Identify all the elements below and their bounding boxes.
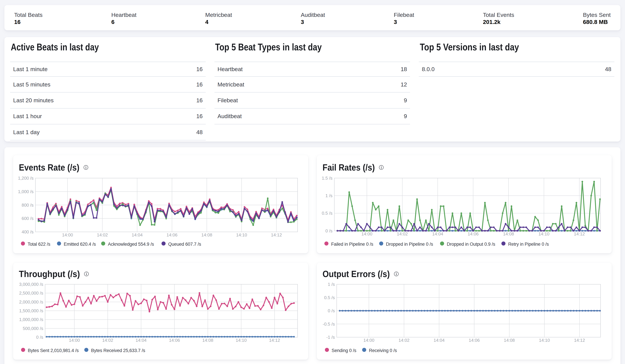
svg-text:-0.5 /s: -0.5 /s — [323, 322, 335, 327]
svg-text:0.5 /s: 0.5 /s — [322, 211, 333, 216]
svg-text:14:06: 14:06 — [469, 338, 480, 343]
svg-text:500,000 /s: 500,000 /s — [23, 326, 43, 331]
svg-text:14:02: 14:02 — [399, 338, 409, 343]
svg-text:14:12: 14:12 — [574, 231, 585, 237]
svg-text:14:06: 14:06 — [468, 231, 479, 237]
svg-text:400 /s: 400 /s — [22, 229, 33, 234]
svg-text:14:12: 14:12 — [269, 338, 280, 343]
svg-text:2,500,000 /s: 2,500,000 /s — [19, 291, 43, 296]
svg-text:14:08: 14:08 — [202, 338, 213, 343]
svg-text:14:10: 14:10 — [236, 232, 247, 238]
svg-text:2,000,000 /s: 2,000,000 /s — [19, 300, 43, 304]
svg-text:14:10: 14:10 — [236, 338, 247, 343]
svg-text:14:08: 14:08 — [201, 232, 212, 238]
svg-text:0 /s: 0 /s — [36, 335, 43, 340]
svg-text:14:04: 14:04 — [432, 231, 443, 237]
svg-text:600 /s: 600 /s — [22, 216, 33, 221]
svg-text:1.5 /s: 1.5 /s — [322, 176, 333, 181]
svg-text:14:06: 14:06 — [169, 338, 180, 343]
svg-text:1,000,000 /s: 1,000,000 /s — [19, 317, 43, 322]
svg-text:14:08: 14:08 — [503, 231, 514, 237]
svg-text:14:08: 14:08 — [504, 338, 515, 343]
svg-text:14:02: 14:02 — [97, 232, 108, 238]
svg-text:14:10: 14:10 — [539, 338, 550, 343]
svg-text:1,200 /s: 1,200 /s — [18, 176, 33, 181]
svg-text:14:10: 14:10 — [538, 231, 549, 237]
svg-text:14:00: 14:00 — [62, 232, 73, 238]
svg-text:1,500,000 /s: 1,500,000 /s — [19, 308, 43, 313]
svg-text:1 /s: 1 /s — [325, 193, 333, 198]
svg-text:1 /s: 1 /s — [328, 282, 335, 287]
svg-text:0 /s: 0 /s — [325, 228, 333, 233]
svg-text:3,000,000 /s: 3,000,000 /s — [19, 282, 43, 287]
svg-text:14:00: 14:00 — [69, 338, 80, 343]
svg-text:14:04: 14:04 — [136, 338, 147, 343]
svg-text:-1 /s: -1 /s — [326, 335, 335, 340]
svg-text:14:12: 14:12 — [271, 232, 282, 238]
svg-text:14:02: 14:02 — [102, 338, 113, 343]
svg-text:800 /s: 800 /s — [22, 203, 33, 208]
svg-text:14:00: 14:00 — [363, 338, 374, 343]
svg-text:0 /s: 0 /s — [328, 308, 335, 313]
svg-text:1,000 /s: 1,000 /s — [18, 189, 33, 194]
svg-text:0.5 /s: 0.5 /s — [324, 295, 335, 300]
svg-text:14:04: 14:04 — [434, 338, 445, 343]
svg-text:14:06: 14:06 — [166, 232, 177, 238]
svg-text:14:00: 14:00 — [361, 231, 372, 237]
svg-text:14:12: 14:12 — [574, 338, 585, 343]
svg-text:14:04: 14:04 — [132, 232, 143, 238]
svg-text:14:02: 14:02 — [397, 231, 408, 237]
